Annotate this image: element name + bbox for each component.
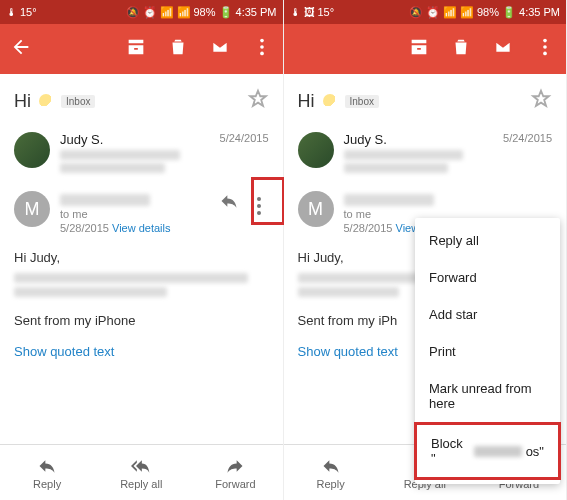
menu-reply-all[interactable]: Reply all (415, 222, 560, 259)
view-details-link[interactable]: View details (112, 222, 171, 234)
message-date: 5/24/2015 (220, 132, 269, 173)
moon-icon (39, 94, 53, 108)
message-body: Hi Judy, Sent from my iPhone (0, 244, 283, 336)
body-blur (298, 287, 400, 297)
to-line: to me (60, 208, 209, 220)
app-toolbar (284, 24, 567, 74)
inbox-chip[interactable]: Inbox (61, 95, 95, 108)
app-toolbar (0, 24, 283, 74)
svg-point-4 (543, 45, 547, 49)
trash-icon[interactable] (167, 36, 189, 62)
avatar[interactable] (14, 132, 50, 168)
snippet-blur (344, 150, 464, 160)
menu-block-sender[interactable]: Block "os" (414, 422, 561, 480)
body-greeting: Hi Judy, (14, 248, 269, 269)
svg-point-1 (260, 45, 264, 49)
avatar[interactable] (298, 132, 334, 168)
overflow-icon[interactable] (534, 36, 556, 62)
forward-button[interactable]: Forward (188, 445, 282, 500)
menu-add-star[interactable]: Add star (415, 296, 560, 333)
subject-text: Hi (14, 91, 31, 112)
date-line: 5/28/2015 View details (60, 222, 209, 234)
body-blur (14, 273, 248, 283)
svg-point-5 (543, 52, 547, 56)
reply-all-button[interactable]: Reply all (94, 445, 188, 500)
status-bar: 🌡15° 🔕⏰📶📶98%🔋4:35 PM (0, 0, 283, 24)
subject-text: Hi (298, 91, 315, 112)
status-bar: 🌡🖼15° 🔕⏰📶📶98%🔋4:35 PM (284, 0, 567, 24)
svg-point-3 (543, 39, 547, 43)
bottom-bar: Reply Reply all Forward (0, 444, 283, 500)
snippet-blur (60, 163, 165, 173)
reply-button[interactable]: Reply (284, 445, 378, 500)
menu-print[interactable]: Print (415, 333, 560, 370)
menu-mark-unread[interactable]: Mark unread from here (415, 370, 560, 422)
mail-icon[interactable] (209, 36, 231, 62)
highlight-box (251, 177, 285, 225)
message-1-header[interactable]: Judy S. 5/24/2015 (0, 124, 283, 181)
trash-icon[interactable] (450, 36, 472, 62)
show-quoted-text[interactable]: Show quoted text (0, 336, 283, 367)
message-date: 5/24/2015 (503, 132, 552, 173)
overflow-menu: Reply all Forward Add star Print Mark un… (415, 218, 560, 484)
sender-name: Judy S. (60, 132, 210, 147)
reply-icon[interactable] (219, 191, 239, 215)
message-2-header: M to me 5/28/2015 View details (0, 181, 283, 244)
mail-icon[interactable] (492, 36, 514, 62)
star-icon[interactable] (530, 88, 552, 114)
blocked-name-blur (474, 446, 522, 457)
svg-point-2 (260, 52, 264, 56)
sender-name: Judy S. (344, 132, 494, 147)
subject-row: Hi Inbox (0, 74, 283, 124)
sender-blur (60, 194, 150, 206)
menu-forward[interactable]: Forward (415, 259, 560, 296)
sender-blur (344, 194, 434, 206)
snippet-blur (60, 150, 180, 160)
avatar[interactable]: M (14, 191, 50, 227)
body-blur (14, 287, 167, 297)
avatar[interactable]: M (298, 191, 334, 227)
message-1-header[interactable]: Judy S. 5/24/2015 (284, 124, 567, 181)
reply-button[interactable]: Reply (0, 445, 94, 500)
star-icon[interactable] (247, 88, 269, 114)
body-signature: Sent from my iPhone (14, 311, 269, 332)
snippet-blur (344, 163, 449, 173)
archive-icon[interactable] (125, 36, 147, 62)
svg-point-0 (260, 39, 264, 43)
archive-icon[interactable] (408, 36, 430, 62)
inbox-chip[interactable]: Inbox (345, 95, 379, 108)
back-icon[interactable] (10, 36, 32, 62)
moon-icon (323, 94, 337, 108)
subject-row: Hi Inbox (284, 74, 567, 124)
overflow-icon[interactable] (251, 36, 273, 62)
